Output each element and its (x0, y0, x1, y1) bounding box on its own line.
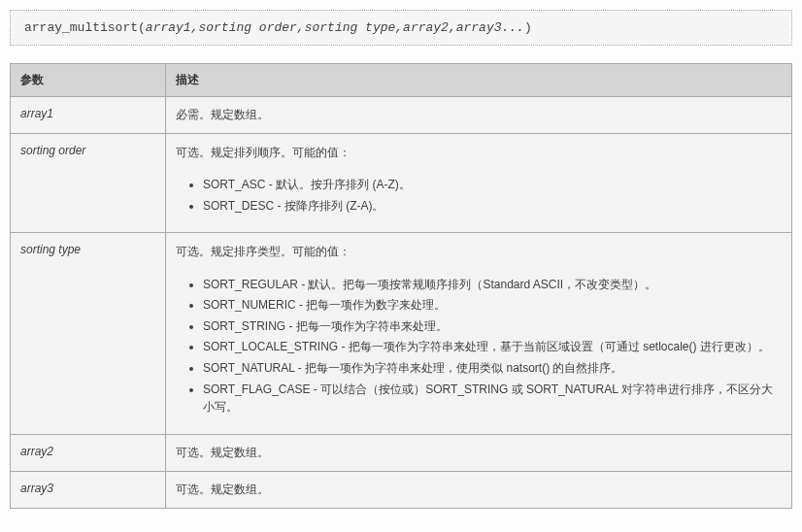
syntax-args: array1,sorting order,sorting type,array2… (146, 20, 524, 35)
sorting-type-list: SORT_REGULAR - 默认。把每一项按常规顺序排列（Standard A… (203, 276, 782, 416)
header-param: 参数 (11, 64, 166, 97)
list-item: SORT_LOCALE_STRING - 把每一项作为字符串来处理，基于当前区域… (203, 338, 782, 356)
param-desc-sorting-order: 可选。规定排列顺序。可能的值： SORT_ASC - 默认。按升序排列 (A-Z… (166, 134, 792, 233)
table-row: array1 必需。规定数组。 (11, 97, 792, 134)
param-desc-array1: 必需。规定数组。 (166, 97, 792, 134)
params-table: 参数 描述 array1 必需。规定数组。 sorting order 可选。规… (10, 63, 792, 509)
table-row: array3 可选。规定数组。 (11, 471, 792, 508)
param-name-array3: array3 (11, 471, 166, 508)
sorting-order-lead: 可选。规定排列顺序。可能的值： (176, 144, 782, 162)
list-item: SORT_ASC - 默认。按升序排列 (A-Z)。 (203, 176, 782, 194)
sorting-type-lead: 可选。规定排序类型。可能的值： (176, 243, 782, 261)
param-name-sorting-order: sorting order (11, 134, 166, 233)
syntax-box: array_multisort(array1,sorting order,sor… (10, 10, 792, 46)
param-name-array2: array2 (11, 434, 166, 471)
list-item: SORT_FLAG_CASE - 可以结合（按位或）SORT_STRING 或 … (203, 381, 782, 416)
param-desc-array3: 可选。规定数组。 (166, 471, 792, 508)
table-row: array2 可选。规定数组。 (11, 434, 792, 471)
sorting-order-list: SORT_ASC - 默认。按升序排列 (A-Z)。 SORT_DESC - 按… (203, 176, 782, 215)
list-item: SORT_NATURAL - 把每一项作为字符串来处理，使用类似 natsort… (203, 359, 782, 378)
param-name-array1: array1 (11, 97, 166, 134)
table-header-row: 参数 描述 (11, 64, 792, 97)
syntax-function: array_multisort (24, 20, 138, 35)
table-row: sorting order 可选。规定排列顺序。可能的值： SORT_ASC -… (11, 134, 792, 233)
table-row: sorting type 可选。规定排序类型。可能的值： SORT_REGULA… (11, 233, 792, 434)
param-name-sorting-type: sorting type (11, 233, 166, 434)
list-item: SORT_STRING - 把每一项作为字符串来处理。 (203, 317, 782, 336)
list-item: SORT_REGULAR - 默认。把每一项按常规顺序排列（Standard A… (203, 276, 782, 294)
param-desc-sorting-type: 可选。规定排序类型。可能的值： SORT_REGULAR - 默认。把每一项按常… (166, 233, 792, 434)
header-desc: 描述 (166, 64, 792, 97)
list-item: SORT_NUMERIC - 把每一项作为数字来处理。 (203, 296, 782, 315)
list-item: SORT_DESC - 按降序排列 (Z-A)。 (203, 197, 782, 216)
param-desc-array2: 可选。规定数组。 (166, 434, 792, 471)
